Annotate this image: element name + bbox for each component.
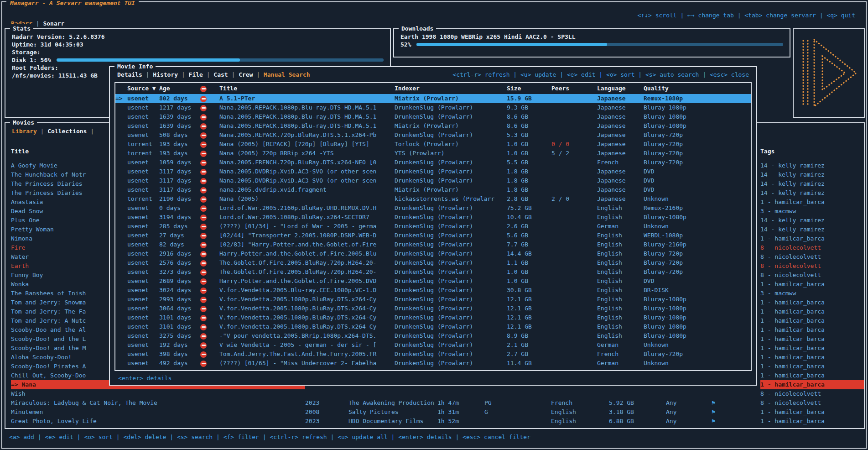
movie-info-tab-file[interactable]: File (189, 71, 203, 78)
search-result-row[interactable]: usenet285 days(????) [01/34] - "Lord of … (115, 222, 751, 231)
age-cell: 3273 days (159, 267, 200, 277)
language-cell: English (597, 322, 644, 331)
keybind-change-servarr: <tab> change servarr (744, 12, 816, 19)
rejection-icon-cell (200, 185, 219, 194)
runtime-cell: 1h 31m (437, 408, 484, 417)
movie-info-tab-history[interactable]: History (153, 71, 178, 78)
keybind-details: <enter> details (118, 375, 172, 382)
indexer-cell: DrunkenSlug (Prowlarr) (395, 322, 507, 331)
search-result-row[interactable]: usenet192 daysV wie Vendetta - 2005 - ge… (115, 340, 751, 350)
indexer-cell: DrunkenSlug (Prowlarr) (395, 267, 507, 277)
search-result-row[interactable]: usenet2993 daysV.for.Vendetta.2005.1080p… (115, 295, 751, 304)
keybind-sort: <o> sort (84, 434, 113, 440)
rejection-icon-cell (200, 204, 219, 213)
language-cell: English (597, 231, 644, 240)
column-header-tags: Tags (760, 147, 864, 156)
search-result-row[interactable]: usenet2916 daysHarry.Potter.and.the.Gobl… (115, 249, 751, 258)
movies-panel-title: Movies (10, 118, 37, 127)
size-cell: 12.1 GB (507, 295, 551, 304)
search-result-row[interactable]: usenet3275 days-"V pour vendetta.2005.BR… (115, 331, 751, 340)
quality-cell: Remux-2160p (644, 204, 751, 213)
search-result-row[interactable]: usenet82 days[02/83] "Harry.Potter.and.t… (115, 240, 751, 249)
movies-tab-library[interactable]: Library (12, 128, 37, 135)
monitored-cell: ⚑ (712, 417, 760, 426)
source-cell: usenet (127, 185, 159, 194)
bottom-keybind-bar: <a> add | <e> edit | <o> sort | <del> de… (9, 433, 530, 442)
language-cell: English (597, 304, 644, 313)
movie-info-tab-details[interactable]: Details (117, 71, 142, 78)
no-entry-icon (200, 141, 207, 148)
search-result-row[interactable]: usenet2576 daysThe.Goblet.Of.Fire.2005.B… (115, 258, 751, 267)
size-cell: 8.6 GB (507, 112, 551, 121)
indexer-cell: DrunkenSlug (Prowlarr) (395, 103, 507, 112)
source-cell: usenet (127, 112, 159, 121)
size-cell: 1.8 GB (507, 185, 551, 194)
monitored-flag-icon: ⚑ (712, 399, 715, 406)
rejection-icon-cell (200, 94, 219, 103)
indexer-cell: DrunkenSlug (Prowlarr) (395, 277, 507, 286)
app-title: Managarr - A Servarr management TUI (6, 0, 139, 8)
search-result-row[interactable]: usenet3273 daysThe.Goblet.Of.Fire.2005.B… (115, 267, 751, 277)
age-cell: 82 days (159, 240, 200, 249)
search-result-row[interactable]: usenet3101 daysV.for.Vendetta.2005.1080p… (115, 322, 751, 331)
search-result-row[interactable]: torrent2190 daysNana (2005)kickasstorren… (115, 194, 751, 204)
search-results-body: =>usenet802 daysA 5.1-PTerMiatrix (Prowl… (115, 94, 751, 368)
movie-row[interactable]: Miraculous: Ladybug & Cat Noir, The Movi… (5, 398, 864, 408)
no-entry-icon (200, 288, 207, 294)
search-result-row[interactable]: usenet0 daysLord.of.War.2005.2160p.BluRa… (115, 204, 751, 213)
search-result-row[interactable]: usenet1217 daysNana.2005.REPACK.1080p.Bl… (115, 103, 751, 112)
studio-cell: HBO Documentary Films (348, 417, 437, 426)
search-result-row[interactable]: usenet3117 daysNana.2005.DVDRip.XviD.AC3… (115, 176, 751, 185)
search-result-row[interactable]: usenet3101 daysV.for.Vendetta.2005.1080p… (115, 313, 751, 322)
search-result-row[interactable]: usenet3117 daysnana.2005.dvdrip.xvid.fra… (115, 185, 751, 194)
size-cell: 2.7 GB (507, 350, 551, 359)
tab-sonarr[interactable]: Sonarr (43, 20, 64, 27)
quality-cell: Bluray-720p (644, 350, 751, 359)
title-cell: Nana.2005.FRENCH.720p.BluRay.DTS.x264-NE… (219, 158, 395, 167)
quality-cell: Bluray-720p (644, 158, 751, 167)
rejection-icon-cell (200, 258, 219, 267)
search-result-row[interactable]: torrent193 daysNana (2005) [REPACK] [720… (115, 140, 751, 149)
tags-cell: 1 - hamilcar_barca (760, 198, 864, 207)
quality-profile-cell: Any (666, 398, 712, 408)
keybind-update-all: <u> update all (338, 434, 388, 440)
search-result-row[interactable]: usenet3024 daysV.for.Vendetta.2005.Blu-r… (115, 286, 751, 295)
source-cell: usenet (127, 258, 159, 267)
size-cell: 2.8 GB (507, 194, 551, 204)
no-entry-icon (200, 242, 207, 248)
search-result-row[interactable]: usenet27 days[02/44] "Transporter 2.2005… (115, 231, 751, 240)
language-cell: Japanese (597, 149, 644, 158)
selection-marker: => (115, 94, 127, 103)
search-result-row[interactable]: usenet3064 daysV.for.Vendetta.2005.1080p… (115, 304, 751, 313)
no-entry-icon (200, 342, 207, 349)
quality-cell: Bluray-1080p (644, 322, 751, 331)
age-cell: 1217 days (159, 103, 200, 112)
quality-cell: DVD (644, 185, 751, 194)
movies-tab-collections[interactable]: Collections (47, 128, 87, 135)
title-cell: Lord.of.War.2005.1080p.BluRay.x264-SECTO… (219, 213, 395, 222)
search-result-row[interactable]: usenet3194 daysLord.of.War.2005.1080p.Bl… (115, 213, 751, 222)
size-cell: 7.7 GB (507, 240, 551, 249)
movie-info-tab-cast[interactable]: Cast (213, 71, 228, 78)
storage-label-line: Storage: (12, 48, 384, 56)
movie-info-tab-crew[interactable]: Crew (239, 71, 253, 78)
movie-row[interactable]: Wish8 - nicolecolvett (5, 389, 864, 398)
no-entry-icon (200, 297, 207, 303)
search-result-row[interactable]: usenet2689 daysHarry.Potter.and.the.Gobl… (115, 277, 751, 286)
language-cell: Japanese (597, 167, 644, 176)
movie-row[interactable]: Minutemen2008Salty Pictures1h 31mGEnglis… (5, 408, 864, 417)
search-result-row[interactable]: usenet1059 daysNana.2005.FRENCH.720p.Blu… (115, 158, 751, 167)
search-result-row[interactable]: usenet1639 daysNana.2005.REPACK.1080p.Bl… (115, 121, 751, 131)
search-result-row[interactable]: usenet508 daysNana.2005.REPACK.720p.BluR… (115, 131, 751, 140)
search-result-row[interactable]: usenet1639 daysNana.2005.REPACK.1080p.Bl… (115, 112, 751, 121)
search-result-row[interactable]: usenet398 daysTom.And.Jerry.The.Fast.And… (115, 350, 751, 359)
source-cell: usenet (127, 167, 159, 176)
movie-row[interactable]: Great Photo, Lovely Life2023HBO Document… (5, 417, 864, 426)
source-cell: usenet (127, 240, 159, 249)
search-result-row[interactable]: =>usenet802 daysA 5.1-PTerMiatrix (Prowl… (115, 94, 751, 103)
search-result-row[interactable]: usenet3117 daysNana.2005.DVDRip.XviD.AC3… (115, 167, 751, 176)
search-result-row[interactable]: usenet492 days(????) [01/65] - "Miss Und… (115, 359, 751, 368)
movie-info-tab-manual-search[interactable]: Manual Search (264, 71, 310, 78)
separator: | (635, 71, 645, 78)
search-result-row[interactable]: torrent193 daysNana (2005) 720p BRRip x2… (115, 149, 751, 158)
